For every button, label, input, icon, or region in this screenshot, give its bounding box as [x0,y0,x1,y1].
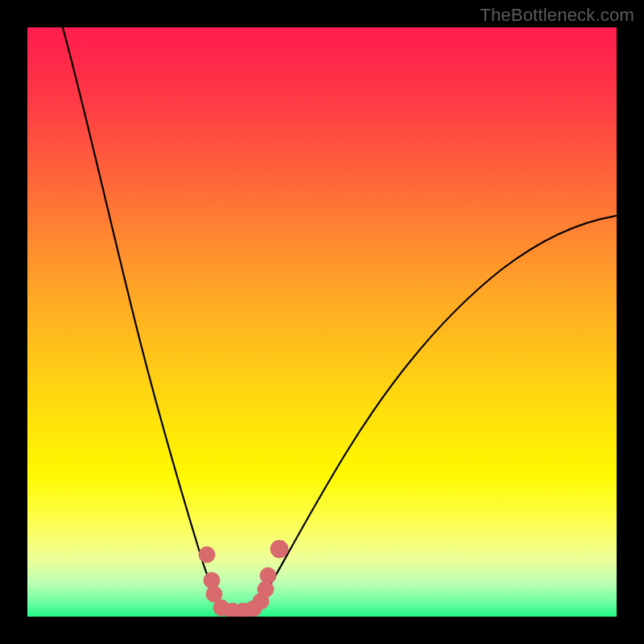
svg-point-9 [260,568,276,584]
marker-cluster [199,540,288,617]
svg-point-10 [270,540,288,558]
chart-frame: TheBottleneck.com [0,0,644,644]
curve-right [251,216,617,617]
svg-point-0 [199,547,215,563]
watermark-text: TheBottleneck.com [480,5,634,26]
chart-svg [27,27,617,617]
curve-left [63,27,228,617]
plot-area [27,27,617,617]
